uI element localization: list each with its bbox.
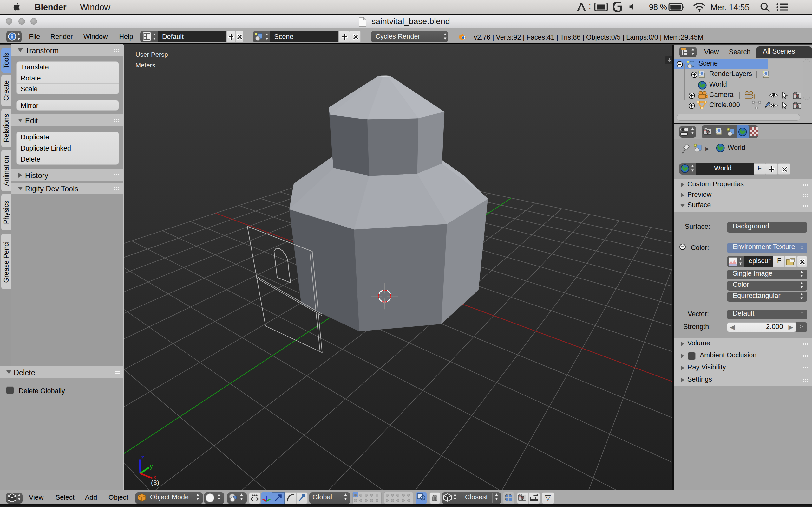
svg-text:Meters: Meters: [136, 61, 155, 69]
svg-text:z: z: [141, 454, 144, 461]
svg-text:(3): (3): [151, 479, 159, 486]
svg-text:User Persp: User Persp: [136, 51, 168, 58]
svg-text:y: y: [150, 463, 153, 469]
